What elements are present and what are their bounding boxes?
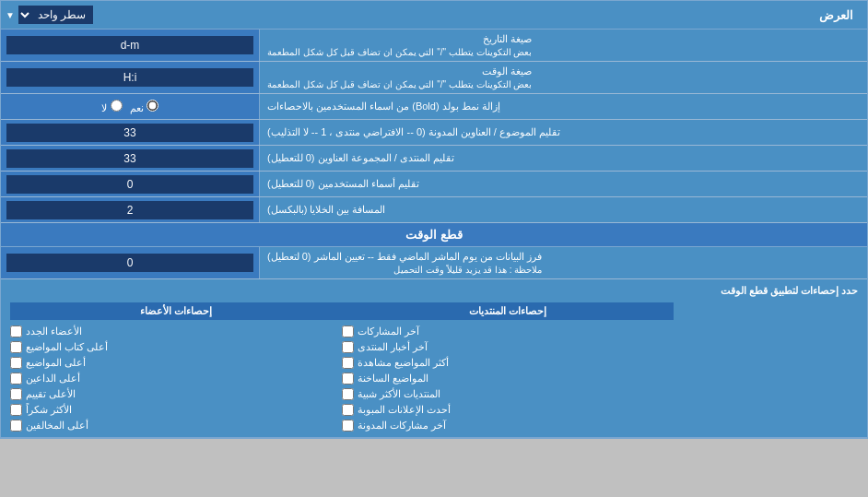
cell-spacing-control <box>1 197 259 222</box>
bold-no-label: لا <box>101 100 122 114</box>
users-trim-control <box>1 172 259 196</box>
cb-top-topics: أعلى المواضيع <box>10 357 342 369</box>
realtime-section-header: قطع الوقت <box>1 223 867 247</box>
cb-latest-ads-input[interactable] <box>342 404 354 416</box>
col-members-header: إحصاءات الأعضاء <box>10 302 342 320</box>
topics-trim-input[interactable] <box>6 124 253 142</box>
cell-spacing-input[interactable] <box>6 201 253 219</box>
time-format-row: صيغة الوقت بعض التكوينات يتطلب "/" التي … <box>1 62 867 94</box>
cb-top-topics-input[interactable] <box>10 357 22 369</box>
cb-top-writers-input[interactable] <box>10 341 22 353</box>
cb-similar-forums: المنتديات الأكثر شبية <box>342 388 674 400</box>
bold-yes-label: نعم <box>130 100 158 114</box>
cb-top-inviters-input[interactable] <box>10 373 22 385</box>
time-format-control <box>1 62 259 93</box>
header-label: العرض <box>819 8 862 22</box>
cell-spacing-row: المسافة بين الخلايا (بالبكسل) <box>1 197 867 223</box>
cb-most-viewed: أكثر المواضيع مشاهدة <box>342 357 674 369</box>
date-format-control <box>1 30 259 61</box>
forums-trim-input[interactable] <box>6 149 253 168</box>
bold-yes-radio[interactable] <box>147 100 158 112</box>
bold-remove-label: إزالة نمط بولد (Bold) من اسماء المستخدمي… <box>259 94 867 119</box>
bold-remove-row: إزالة نمط بولد (Bold) من اسماء المستخدمي… <box>1 94 867 120</box>
label-spacer <box>674 302 858 432</box>
realtime-label: فرز البيانات من يوم الماشر الماضي فقط --… <box>259 247 867 278</box>
forums-trim-row: تقليم المنتدى / المجموعة العناوين (0 للت… <box>1 146 867 172</box>
users-trim-row: تقليم أسماء المستخدمين (0 للتعطيل) <box>1 172 867 197</box>
time-format-input[interactable] <box>6 68 253 87</box>
cb-similar-forums-input[interactable] <box>342 388 354 400</box>
date-format-input[interactable] <box>6 36 253 54</box>
users-trim-label: تقليم أسماء المستخدمين (0 للتعطيل) <box>259 172 867 196</box>
cb-top-rated: الأعلى تقييم <box>10 388 342 400</box>
cb-top-violators: أعلى المخالفين <box>10 420 342 432</box>
checkboxes-section: حدد إحصاءات لتطبيق قطع الوقت إحصاءات الم… <box>1 279 867 438</box>
cb-last-posts: آخر المشاركات <box>342 325 674 337</box>
bold-radio-group: نعم لا <box>101 100 158 114</box>
cb-new-members-input[interactable] <box>10 325 22 337</box>
cb-most-thanked-input[interactable] <box>10 404 22 416</box>
checkbox-col-members: إحصاءات الأعضاء الأعضاء الجدد أعلى كتاب … <box>10 302 342 432</box>
cb-most-thanked: الأكثر شكراً <box>10 404 342 416</box>
cb-forum-news: آخر أخبار المنتدى <box>342 341 674 353</box>
checkboxes-header-row: حدد إحصاءات لتطبيق قطع الوقت <box>10 285 858 297</box>
topics-trim-control <box>1 120 259 145</box>
checkboxes-grid: إحصاءات المنتديات آخر المشاركات آخر أخبا… <box>10 302 858 432</box>
time-format-label: صيغة الوقت بعض التكوينات يتطلب "/" التي … <box>259 62 867 93</box>
cb-top-writers: أعلى كتاب المواضيع <box>10 341 342 353</box>
cb-blog-posts: آخر مشاركات المدونة <box>342 420 674 432</box>
topics-trim-label: تقليم الموضوع / العناوين المدونة (0 -- ا… <box>259 120 867 145</box>
main-container: العرض سطر واحد ▼ صيغة التاريخ بعض التكوي… <box>0 0 868 439</box>
checkboxes-header-label: حدد إحصاءات لتطبيق قطع الوقت <box>10 285 858 297</box>
cb-blog-posts-input[interactable] <box>342 420 354 432</box>
realtime-input[interactable] <box>6 254 253 272</box>
col-forums-header: إحصاءات المنتديات <box>342 302 674 320</box>
cb-top-inviters: أعلى الداعين <box>10 373 342 385</box>
users-trim-input[interactable] <box>6 175 253 194</box>
display-dropdown[interactable]: سطر واحد <box>18 6 93 24</box>
cb-hot-topics: المواضيع الساخنة <box>342 373 674 385</box>
date-format-row: صيغة التاريخ بعض التكوينات يتطلب "/" الت… <box>1 30 867 62</box>
cb-most-viewed-input[interactable] <box>342 357 354 369</box>
bold-remove-control: نعم لا <box>1 94 259 119</box>
bold-no-radio[interactable] <box>111 100 123 112</box>
header-row: العرض سطر واحد ▼ <box>1 1 867 30</box>
cb-last-posts-input[interactable] <box>342 325 354 337</box>
cb-top-violators-input[interactable] <box>10 420 22 432</box>
date-format-label: صيغة التاريخ بعض التكوينات يتطلب "/" الت… <box>259 30 867 61</box>
forums-trim-control <box>1 146 259 171</box>
cb-hot-topics-input[interactable] <box>342 373 354 385</box>
cb-latest-ads: أحدث الإعلانات المبوبة <box>342 404 674 416</box>
forums-trim-label: تقليم المنتدى / المجموعة العناوين (0 للت… <box>259 146 867 171</box>
realtime-row: فرز البيانات من يوم الماشر الماضي فقط --… <box>1 247 867 279</box>
topics-trim-row: تقليم الموضوع / العناوين المدونة (0 -- ا… <box>1 120 867 146</box>
cb-forum-news-input[interactable] <box>342 341 354 353</box>
dropdown-icon: ▼ <box>6 10 15 20</box>
realtime-control <box>1 247 259 278</box>
cb-new-members: الأعضاء الجدد <box>10 325 342 337</box>
cell-spacing-label: المسافة بين الخلايا (بالبكسل) <box>259 197 867 222</box>
checkbox-col-forums: إحصاءات المنتديات آخر المشاركات آخر أخبا… <box>342 302 674 432</box>
cb-top-rated-input[interactable] <box>10 388 22 400</box>
